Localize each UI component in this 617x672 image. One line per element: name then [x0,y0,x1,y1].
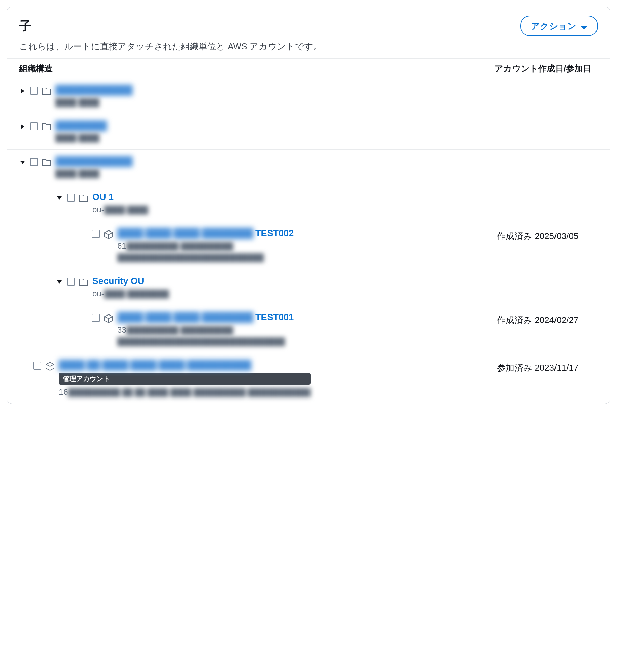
folder-icon [79,194,88,204]
account-id-line: 16██████████ ██ ██ ████ ████ ██████████ … [59,387,311,397]
account-email-redacted: ████████████████████████████████ [117,337,294,346]
account-date: 作成済み 2024/02/27 [497,312,598,326]
collapse-caret-icon[interactable] [56,195,63,201]
row-checkbox[interactable] [30,122,38,130]
table-row: ████ ████ ████ ████████ TEST001 33██████… [7,305,610,353]
account-box-icon [104,314,113,325]
ou-id-redacted: ████ ████ [55,98,133,107]
collapse-caret-icon[interactable] [56,279,63,285]
account-date: 参加済み 2023/11/17 [497,360,598,374]
org-tree: ████████████ ████ ████ ████████ ████ ███… [7,78,610,404]
org-children-panel: 子 アクション これらは、ルートに直接アタッチされた組織単位と AWS アカウン… [7,7,610,404]
table-row: Security OU ou-████ ████████ [7,269,610,305]
account-name-link[interactable]: ████ ████ ████ ████████ TEST002 [117,228,294,239]
caret-down-icon [581,22,587,32]
folder-icon [79,278,88,288]
row-checkbox[interactable] [92,314,100,322]
table-row: ████████ ████ ████ [7,114,610,150]
ou-id: ou-████ ████ [92,205,148,214]
ou-id-redacted: ████ ████ [55,169,133,178]
ou-name-redacted[interactable]: ████████ [55,121,107,131]
ou-name-link[interactable]: Security OU [92,276,169,286]
ou-name-redacted[interactable]: ████████████ [55,85,133,95]
management-account-badge: 管理アカウント [59,373,311,385]
panel-subtitle: これらは、ルートに直接アタッチされた組織単位と AWS アカウントです。 [19,41,598,52]
panel-title-row: 子 アクション [19,16,598,36]
table-row: ████████████ ████ ████ [7,78,610,114]
row-checkbox[interactable] [33,362,41,370]
row-checkbox[interactable] [67,194,75,202]
account-box-icon [45,362,55,372]
account-box-icon [104,230,113,241]
account-id-line: 33██████████ ██████████ [117,325,294,335]
row-checkbox[interactable] [30,158,38,166]
panel-title: 子 [19,18,31,34]
account-date: 作成済み 2025/03/05 [497,228,598,242]
table-row: ████ ████ ████ ████████ TEST002 61██████… [7,221,610,269]
row-checkbox[interactable] [67,278,75,286]
col-date-header: アカウント作成日/参加日 [487,63,598,74]
account-email-redacted: ████████████████████████████ [117,253,294,262]
row-checkbox[interactable] [92,230,100,238]
expand-caret-icon[interactable] [19,88,26,94]
table-row: ████████████ ████ ████ [7,150,610,185]
account-name-link[interactable]: ████ ████ ████ ████████ TEST001 [117,312,294,323]
actions-label: アクション [531,20,576,32]
collapse-caret-icon[interactable] [19,159,26,166]
ou-id-redacted: ████ ████ [55,134,107,142]
ou-id: ou-████ ████████ [92,289,169,298]
folder-icon [42,158,51,168]
row-checkbox[interactable] [30,87,38,95]
ou-name-redacted[interactable]: ████████████ [55,156,133,167]
actions-button[interactable]: アクション [520,16,598,36]
col-structure-header: 組織構造 [19,63,487,74]
table-row: OU 1 ou-████ ████ [7,185,610,221]
table-row: ████ ██ ████ ████ ████ ██████████ 管理アカウン… [7,353,610,404]
account-id-line: 61██████████ ██████████ [117,241,294,251]
table-header: 組織構造 アカウント作成日/参加日 [7,58,610,78]
folder-icon [42,87,51,97]
ou-name-link[interactable]: OU 1 [92,192,148,202]
account-name-link[interactable]: ████ ██ ████ ████ ████ ██████████ [59,360,311,370]
folder-icon [42,122,51,132]
expand-caret-icon[interactable] [19,123,26,130]
panel-header: 子 アクション これらは、ルートに直接アタッチされた組織単位と AWS アカウン… [7,7,610,58]
